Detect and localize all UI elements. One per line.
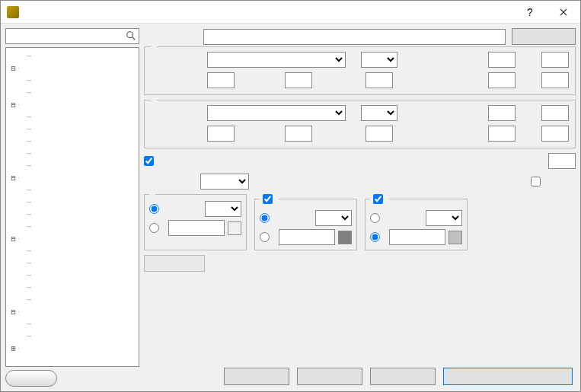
tree-item-text-cursor[interactable]: ····	[6, 110, 139, 123]
tree-item-transparency[interactable]: ····	[6, 135, 139, 147]
titlebar: ?	[1, 1, 580, 24]
tree-item-keys-macro[interactable]: ⊟·	[6, 232, 139, 244]
reset-button[interactable]	[224, 368, 289, 385]
search-wrap	[5, 28, 139, 44]
tree-item-features[interactable]: ⊟·	[6, 98, 139, 110]
right-pane	[144, 28, 576, 387]
frame-coloridx-radio[interactable]	[260, 213, 270, 223]
thumb-font-select[interactable]	[207, 52, 346, 68]
app-icon	[7, 6, 19, 18]
tiles-y1[interactable]	[541, 105, 569, 121]
thumbnails-group	[144, 46, 576, 95]
tree-item-comspec[interactable]: ····	[6, 196, 139, 208]
tree-item-ansi[interactable]: ····	[6, 220, 139, 232]
reload-button[interactable]	[297, 368, 362, 385]
main-row: ···· ⊟· ···· ···· ⊟· ···· ···· ···· ····…	[5, 28, 576, 387]
body: ···· ⊟· ···· ···· ⊟· ···· ···· ···· ····…	[1, 24, 580, 391]
cur-coloridx-select[interactable]	[426, 210, 462, 226]
svg-point-0	[127, 32, 133, 38]
tiles-rpad[interactable]	[366, 126, 393, 142]
tiles-y2[interactable]	[541, 126, 569, 142]
tiles-x1[interactable]	[488, 105, 516, 121]
help-button[interactable]: ?	[513, 1, 547, 24]
tree-item-mark-copy[interactable]: ····	[6, 269, 139, 281]
bg-coloridx-select[interactable]	[205, 201, 241, 217]
search-icon[interactable]	[126, 30, 136, 41]
thumb-y1[interactable]	[541, 52, 569, 68]
bg-rgb-radio[interactable]	[149, 223, 159, 233]
frame-swatch[interactable]	[338, 231, 352, 244]
current-frame-checkbox[interactable]	[373, 194, 383, 204]
tree-item-far-manager[interactable]: ⊟·	[6, 305, 139, 317]
preview-frame-legend	[260, 194, 279, 204]
thumb-hpad[interactable]	[366, 72, 393, 88]
preview-bg-group	[144, 194, 247, 250]
frame-coloridx-select[interactable]	[315, 210, 352, 226]
cur-rgb-radio[interactable]	[370, 232, 380, 242]
tree-item-integration[interactable]: ⊟·	[6, 171, 139, 183]
current-frame-group	[365, 194, 468, 250]
cur-rgb-input[interactable]	[389, 229, 445, 245]
tiles-group	[144, 100, 576, 148]
max-zoom-select[interactable]	[200, 174, 249, 190]
current-frame-legend	[370, 194, 389, 204]
frame-rgb-input[interactable]	[279, 229, 335, 245]
save-settings-button[interactable]	[443, 368, 573, 385]
load-previews-check[interactable]	[144, 156, 157, 166]
loading-timeout[interactable]	[548, 153, 576, 169]
tree-item-info[interactable]: ⊞·	[6, 342, 139, 354]
frame-rgb-radio[interactable]	[260, 232, 270, 242]
close-icon	[560, 8, 567, 16]
tree-item-startup[interactable]: ⊟·	[6, 62, 139, 74]
svg-line-1	[132, 37, 136, 40]
tree-item-highlight[interactable]: ····	[6, 293, 139, 305]
tree-item-paste[interactable]: ····	[6, 281, 139, 293]
bg-swatch[interactable]	[228, 221, 241, 235]
tree-item-colors[interactable]: ····	[6, 123, 139, 135]
restore-checkbox[interactable]	[531, 177, 541, 186]
left-pane: ···· ⊟· ···· ···· ⊟· ···· ···· ···· ····…	[5, 28, 139, 387]
tree-item-keyboard[interactable]: ····	[6, 244, 139, 257]
donate-button[interactable]	[5, 370, 57, 387]
tiles-x2[interactable]	[488, 126, 516, 142]
bg-coloridx-radio[interactable]	[149, 204, 159, 214]
settings-window: ? ···· ⊟· ···· ···· ⊟· ···· ····	[0, 0, 581, 392]
tiles-lpad[interactable]	[285, 126, 312, 142]
tiles-font-size[interactable]	[361, 105, 397, 121]
thumb-x1[interactable]	[488, 52, 516, 68]
storage-input[interactable]	[203, 29, 506, 45]
bg-rgb-input[interactable]	[168, 220, 225, 236]
settings-tree[interactable]: ···· ⊟· ···· ···· ⊟· ···· ···· ···· ····…	[5, 47, 139, 367]
tiles-font-select[interactable]	[207, 105, 346, 121]
tree-item-tasks[interactable]: ····	[6, 74, 139, 86]
thumb-x2[interactable]	[488, 72, 516, 88]
cur-swatch[interactable]	[449, 231, 462, 244]
import-button[interactable]	[370, 368, 436, 385]
thumb-font-size[interactable]	[361, 52, 397, 68]
apply-button	[144, 255, 205, 272]
export-button[interactable]	[512, 28, 576, 45]
close-button[interactable]	[547, 1, 580, 24]
color-groups	[144, 194, 576, 250]
tree-item-panel-views[interactable]: ····	[6, 330, 139, 342]
tiles-imgsize[interactable]	[207, 126, 235, 142]
thumb-imgsize[interactable]	[207, 72, 235, 88]
tree-item-environment[interactable]: ····	[6, 86, 139, 98]
tree-item-children-gui[interactable]: ····	[6, 208, 139, 220]
tree-item-far-macros[interactable]: ····	[6, 317, 139, 330]
footer	[144, 363, 576, 387]
thumb-vpad[interactable]	[285, 72, 312, 88]
preview-frame-checkbox[interactable]	[263, 194, 273, 204]
search-input[interactable]	[5, 28, 139, 44]
thumb-y2[interactable]	[541, 72, 569, 88]
cur-coloridx-radio[interactable]	[370, 213, 380, 223]
restore-check[interactable]	[531, 177, 544, 186]
tree-item-mouse[interactable]: ····	[6, 257, 139, 269]
tree-item-default-term[interactable]: ····	[6, 183, 139, 196]
tree-item-update[interactable]: ····	[6, 49, 139, 62]
storage-row	[144, 28, 576, 45]
load-previews-checkbox[interactable]	[144, 156, 154, 166]
tree-item-status-bar[interactable]: ····	[6, 147, 139, 159]
preview-frame-group	[254, 194, 357, 250]
tree-item-app-distinct[interactable]: ····	[6, 159, 139, 171]
